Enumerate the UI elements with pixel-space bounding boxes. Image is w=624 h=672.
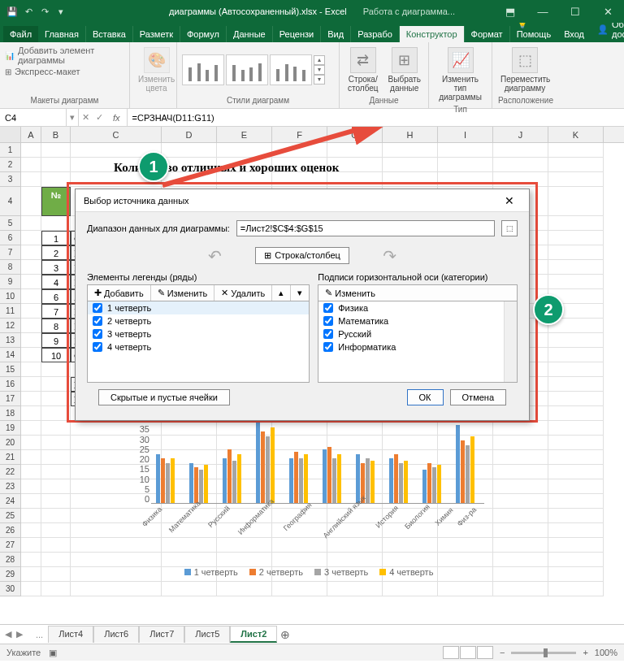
sheet-tab[interactable]: Лист2	[230, 626, 277, 643]
cell[interactable]	[548, 275, 604, 289]
sheet-tab[interactable]: Лист6	[93, 626, 139, 643]
cell[interactable]	[21, 289, 41, 304]
cell[interactable]	[41, 450, 71, 465]
cell[interactable]: 1	[41, 231, 71, 245]
series-item[interactable]: 4 четверть	[88, 340, 309, 353]
row-header[interactable]: 16	[0, 377, 21, 392]
cell[interactable]	[493, 509, 548, 523]
cell[interactable]	[41, 172, 71, 187]
series-checkbox[interactable]	[93, 316, 102, 326]
qat-dropdown-icon[interactable]: ▾	[55, 6, 67, 17]
macro-record-icon[interactable]: ▣	[49, 648, 57, 658]
cell[interactable]	[41, 509, 71, 523]
gallery-up-icon[interactable]: ▴	[314, 55, 325, 65]
cell[interactable]	[21, 509, 41, 523]
cell[interactable]	[548, 260, 604, 275]
series-checkbox[interactable]	[93, 342, 102, 352]
cell[interactable]	[41, 553, 71, 567]
series-checkbox[interactable]	[93, 303, 102, 313]
cell[interactable]	[548, 421, 604, 436]
row-header[interactable]: 12	[0, 319, 21, 333]
cell[interactable]	[548, 362, 604, 377]
switch-row-col-button[interactable]: ⊞ Строка/столбец	[255, 247, 349, 264]
cell[interactable]	[21, 406, 41, 421]
category-item[interactable]: Математика	[318, 314, 517, 327]
row-header[interactable]: 22	[0, 465, 21, 479]
cell[interactable]	[41, 377, 71, 392]
accept-formula-icon[interactable]: ✓	[96, 112, 103, 123]
cell[interactable]: 2	[41, 245, 71, 260]
cell[interactable]	[21, 465, 41, 479]
row-header[interactable]: 6	[0, 231, 21, 245]
row-header[interactable]: 17	[0, 392, 21, 406]
cell[interactable]	[21, 187, 41, 216]
cell[interactable]	[383, 582, 438, 596]
tab-dev[interactable]: Разрабо	[351, 26, 400, 42]
row-header[interactable]: 15	[0, 362, 21, 377]
cell[interactable]	[21, 523, 41, 538]
category-item[interactable]: Физика	[318, 301, 517, 314]
column-header[interactable]: B	[41, 127, 71, 142]
chart-range-input[interactable]	[236, 220, 495, 236]
move-down-icon[interactable]: ▾	[291, 285, 309, 301]
cell[interactable]	[41, 523, 71, 538]
chart-styles-gallery[interactable]: ▴▾▾	[182, 46, 334, 94]
cell[interactable]: 3	[41, 260, 71, 275]
cell[interactable]	[548, 216, 604, 231]
cell[interactable]	[548, 333, 604, 348]
series-item[interactable]: 2 четверть	[88, 314, 309, 327]
cell[interactable]	[41, 216, 71, 231]
row-header[interactable]: 27	[0, 538, 21, 553]
row-header[interactable]: 26	[0, 523, 21, 538]
row-header[interactable]: 10	[0, 289, 21, 304]
cell[interactable]	[272, 582, 327, 596]
cell[interactable]	[41, 362, 71, 377]
category-checkbox[interactable]	[323, 329, 333, 339]
cell[interactable]	[21, 158, 41, 172]
cell[interactable]	[493, 172, 548, 187]
cell[interactable]	[41, 567, 71, 582]
tab-formulas[interactable]: Формул	[180, 26, 227, 42]
cell[interactable]	[438, 582, 493, 596]
tab-insert[interactable]: Вставка	[86, 26, 133, 42]
row-header[interactable]: 11	[0, 304, 21, 319]
sheet-nav-prev-icon[interactable]: ◀	[5, 629, 11, 639]
zoom-slider[interactable]	[511, 652, 576, 654]
cell[interactable]	[548, 509, 604, 523]
column-header[interactable]: K	[548, 127, 604, 142]
edit-categories-button[interactable]: ✎ Изменить	[318, 285, 382, 301]
row-header[interactable]: 30	[0, 582, 21, 596]
row-header[interactable]: 4	[0, 187, 21, 216]
category-checkbox[interactable]	[323, 316, 333, 326]
change-colors-button[interactable]: 🎨Изменить цвета	[135, 46, 178, 94]
cell[interactable]	[548, 245, 604, 260]
view-switcher[interactable]	[443, 646, 493, 659]
row-header[interactable]: 20	[0, 436, 21, 450]
cell[interactable]	[548, 567, 604, 582]
row-header[interactable]: 25	[0, 509, 21, 523]
add-series-button[interactable]: ✚ Добавить	[88, 285, 151, 301]
cell[interactable]: №	[41, 187, 71, 216]
cell[interactable]	[21, 436, 41, 450]
move-up-icon[interactable]: ▴	[272, 285, 291, 301]
row-header[interactable]: 24	[0, 494, 21, 509]
cell[interactable]	[21, 333, 41, 348]
cell[interactable]	[548, 187, 604, 216]
cell[interactable]: 4	[41, 275, 71, 289]
cell[interactable]	[493, 421, 548, 436]
row-header[interactable]: 19	[0, 421, 21, 436]
ok-button[interactable]: ОК	[407, 389, 444, 405]
cell[interactable]	[548, 479, 604, 494]
maximize-icon[interactable]: ☐	[559, 0, 592, 23]
cell[interactable]	[493, 538, 548, 553]
cell[interactable]	[21, 260, 41, 275]
cell[interactable]	[21, 172, 41, 187]
add-sheet-icon[interactable]: ⊕	[277, 628, 293, 641]
series-checkbox[interactable]	[93, 329, 102, 339]
minimize-icon[interactable]: —	[526, 0, 559, 23]
row-header[interactable]: 28	[0, 553, 21, 567]
row-header[interactable]: 14	[0, 348, 21, 362]
cell[interactable]	[21, 362, 41, 377]
cell[interactable]	[548, 158, 604, 172]
cell[interactable]	[41, 494, 71, 509]
